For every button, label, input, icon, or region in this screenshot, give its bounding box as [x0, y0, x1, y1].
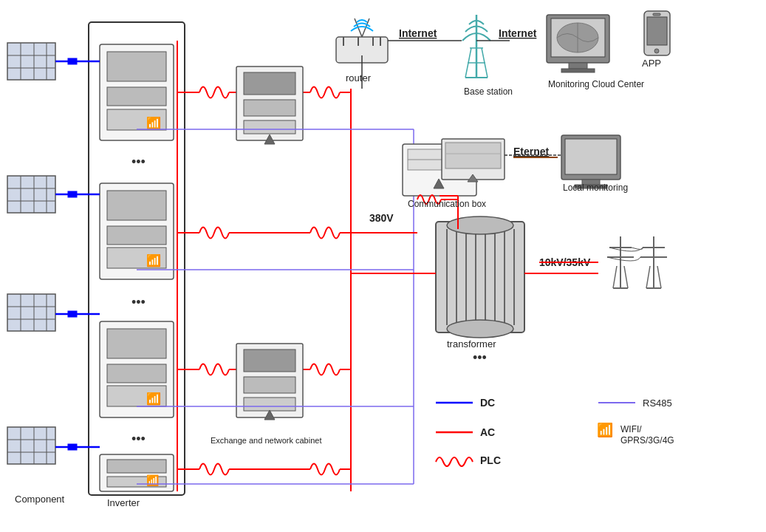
svg-rect-19: [7, 427, 55, 464]
internet-label-1: Internet: [399, 27, 437, 39]
dots-2: •••: [131, 295, 146, 310]
svg-rect-7: [7, 176, 55, 213]
component-label: Component: [15, 494, 65, 505]
legend-rs485-label: RS485: [643, 398, 672, 409]
inverter-unit-2: 📶: [100, 183, 174, 279]
solar-panel-2: [7, 176, 55, 213]
svg-rect-100: [647, 17, 667, 45]
svg-rect-39: [107, 460, 166, 473]
svg-rect-27: [107, 52, 166, 81]
svg-rect-44: [244, 120, 295, 134]
svg-point-60: [447, 216, 513, 234]
svg-rect-47: [244, 349, 295, 372]
dc-indicator-1: [68, 58, 77, 64]
svg-rect-36: [107, 364, 166, 383]
legend-wifi-icon: 📶: [597, 422, 614, 438]
svg-point-61: [447, 320, 513, 338]
dots-1: •••: [131, 154, 146, 169]
inverter-label: Inverter: [107, 497, 140, 508]
solar-panel-3: [7, 294, 55, 331]
transformer: [436, 216, 524, 338]
exchange-label: Exchange and network cabinet: [211, 436, 321, 445]
app-label: APP: [642, 58, 661, 69]
dc-indicator-2: [68, 191, 77, 197]
svg-rect-32: [107, 226, 166, 245]
solar-panel-1: [7, 43, 55, 80]
svg-rect-108: [565, 139, 617, 174]
distribution-box-1: [236, 66, 303, 144]
legend-gprs-label: GPRS/3G/4G: [620, 435, 674, 446]
wifi-icon-2: 📶: [146, 253, 161, 267]
svg-rect-28: [107, 87, 166, 106]
transformer-label: transformer: [447, 338, 496, 349]
solar-panel-4: [7, 427, 55, 464]
svg-point-101: [654, 49, 659, 53]
wifi-icon-3: 📶: [146, 392, 161, 406]
svg-rect-35: [107, 329, 166, 358]
communication-box-label: Communication box: [408, 199, 486, 209]
legend-ac-label: AC: [480, 426, 495, 438]
internet-label-2: Internet: [499, 27, 537, 39]
svg-rect-31: [107, 191, 166, 220]
legend-wifi-label: WIFI/: [620, 424, 642, 434]
inverter-unit-4: 📶: [100, 454, 174, 491]
svg-rect-1: [7, 43, 55, 80]
svg-rect-102: [653, 13, 660, 16]
inverter-unit-3: 📶: [100, 321, 174, 417]
app-icon: [644, 11, 670, 55]
legend-plc-label: PLC: [480, 454, 501, 466]
dots-transformer: •••: [473, 350, 487, 365]
svg-rect-51: [436, 222, 524, 332]
eternet-device: [442, 139, 505, 182]
svg-rect-43: [244, 100, 295, 116]
dots-3: •••: [131, 432, 146, 446]
svg-rect-13: [7, 294, 55, 331]
svg-rect-104: [445, 143, 501, 168]
inverter-unit-1: 📶: [100, 44, 174, 140]
svg-rect-98: [561, 69, 595, 72]
svg-rect-49: [244, 398, 295, 411]
wifi-icon-1: 📶: [146, 116, 161, 130]
svg-rect-97: [569, 63, 587, 69]
wifi-icon-4: 📶: [146, 474, 160, 487]
voltage-380-label: 380V: [369, 212, 394, 224]
local-monitoring-label: Local monitoring: [563, 183, 628, 193]
main-diagram: Component Inverter 📶 ••• 📶 ••• 📶 ••• 📶: [0, 0, 766, 532]
dc-indicator-3: [68, 311, 77, 317]
distribution-box-2: [236, 344, 303, 420]
dc-indicator-4: [68, 444, 77, 450]
legend-dc-label: DC: [480, 397, 495, 409]
monitoring-cloud-label: Monitoring Cloud Center: [548, 79, 644, 89]
svg-rect-48: [244, 377, 295, 393]
router-label: router: [346, 72, 372, 83]
base-station-label: Base station: [464, 86, 513, 97]
svg-rect-42: [244, 72, 295, 95]
